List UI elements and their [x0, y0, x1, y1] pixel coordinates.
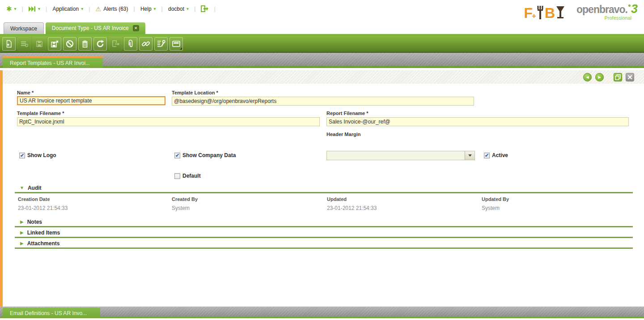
help-menu-label: Help: [140, 6, 152, 12]
refresh-button[interactable]: [93, 37, 107, 51]
default-label: Default: [182, 173, 201, 179]
show-logo-label: Show Logo: [27, 152, 56, 158]
window-settings-icon: [157, 39, 165, 48]
linked-items-section-title: Linked Items: [27, 230, 60, 236]
window-settings-button[interactable]: [154, 37, 168, 51]
export-button[interactable]: [109, 37, 122, 51]
logout-button[interactable]: [198, 4, 211, 14]
linked-items-section-header[interactable]: ▶ Linked Items: [20, 230, 60, 236]
main-tab-bar: Workspace Document Type - US AR Invoice …: [0, 22, 644, 34]
maximize-icon: [615, 74, 621, 80]
tab-document-type[interactable]: Document Type - US AR Invoice ✕: [46, 22, 145, 34]
tab-workspace[interactable]: Workspace: [4, 22, 44, 34]
subtab-report-templates[interactable]: Report Templates - US AR Invoi...: [3, 56, 103, 68]
expand-triangle-icon: ▶: [20, 220, 24, 224]
menu-separator: |: [46, 5, 47, 12]
notes-section-divider: [15, 226, 633, 227]
created-by-value: System: [172, 205, 190, 211]
report-filename-input[interactable]: [326, 117, 629, 126]
audit-section-header[interactable]: ▼ Audit: [20, 185, 42, 191]
new-document-button[interactable]: [2, 37, 16, 51]
chevron-down-icon: ▾: [154, 7, 156, 11]
audit-section-title: Audit: [28, 185, 42, 191]
collapse-triangle-icon: ▼: [20, 186, 24, 190]
fb-logo-plus: +: [532, 12, 536, 20]
workspace-menu-button[interactable]: ✱ ▾: [4, 4, 19, 14]
new-row-in-grid-icon: [20, 40, 28, 48]
linked-items-section-divider: [15, 237, 633, 238]
menu-separator: |: [214, 5, 215, 12]
next-record-button[interactable]: ▶: [595, 73, 604, 81]
openbravo-logo-text: openbravo.: [576, 4, 627, 15]
alert-warning-icon: ⚠: [96, 6, 102, 12]
undo-icon: [65, 39, 74, 48]
help-menu[interactable]: Help ▾: [138, 4, 159, 14]
chevron-down-icon: ▾: [81, 7, 83, 11]
default-checkbox[interactable]: ✔: [174, 173, 180, 179]
refresh-icon: [96, 39, 105, 48]
delete-icon: [81, 40, 89, 48]
show-logo-checkbox[interactable]: ✔: [19, 153, 25, 158]
link-icon: [141, 39, 150, 48]
active-checkbox[interactable]: ✔: [484, 153, 490, 158]
chevron-down-icon: ▾: [38, 7, 40, 11]
fb-company-logo: F + B: [524, 2, 565, 20]
alerts-menu[interactable]: ⚠ Alerts (63): [93, 4, 131, 14]
tab-close-icon[interactable]: ✕: [133, 25, 139, 31]
audit-section-divider: [15, 192, 633, 193]
alerts-label: Alerts (63): [103, 6, 128, 12]
link-button[interactable]: [139, 37, 153, 51]
menu-separator: |: [89, 5, 90, 12]
new-row-in-grid-button[interactable]: [17, 37, 31, 51]
openbravo-logo-3: 3: [631, 4, 638, 14]
delete-button[interactable]: [78, 37, 92, 51]
previous-record-button[interactable]: ◀: [583, 73, 592, 81]
header-margin-label: Header Margin: [326, 132, 360, 137]
toggle-form-grid-view-button[interactable]: [169, 37, 183, 51]
attachment-button[interactable]: [124, 37, 137, 51]
header-margin-select[interactable]: [326, 151, 475, 160]
logout-icon: [201, 5, 208, 12]
show-company-data-checkbox[interactable]: ✔: [174, 153, 180, 158]
active-field: ✔ Active: [484, 152, 508, 158]
close-record-button[interactable]: ✕: [626, 73, 634, 81]
openbravo-edition-label: Professional: [604, 15, 631, 21]
template-location-label: Template Location *: [172, 90, 218, 95]
name-label: Name *: [17, 90, 34, 95]
menu-separator: |: [133, 5, 135, 12]
export-icon: [111, 40, 120, 48]
menubar: ✱ ▾ | ▾ | Application ▾ | ⚠ Alerts (63): [4, 4, 216, 14]
save-and-close-button[interactable]: [48, 37, 61, 51]
default-field: ✔ Default: [174, 173, 201, 179]
openbravo-logo: openbravo. 3 Professional: [576, 2, 638, 21]
creation-date-label: Creation Date: [18, 196, 50, 202]
header-margin-value: [327, 151, 465, 160]
user-menu[interactable]: docbot ▾: [165, 4, 191, 14]
fork-icon: [537, 5, 544, 20]
form-area: ◀ ▶ ✕ Name * Template Location *: [3, 70, 644, 307]
quick-launch-menu-button[interactable]: ▾: [26, 4, 43, 13]
bottom-subtab-bar: Email Definitions - US AR Invo...: [0, 307, 644, 318]
header-logos: F + B openbravo. 3 Professional: [524, 2, 638, 21]
openbravo-logo-circle: [628, 4, 631, 7]
close-icon: ✕: [627, 74, 633, 81]
undo-button[interactable]: [63, 37, 76, 51]
show-company-data-field: ✔ Show Company Data: [174, 152, 236, 158]
show-logo-field: ✔ Show Logo: [19, 152, 56, 158]
maximize-button[interactable]: [614, 73, 622, 81]
attachments-section-header[interactable]: ▶ Attachments: [20, 240, 59, 247]
template-location-input[interactable]: [172, 97, 474, 106]
report-filename-label: Report Filename *: [326, 111, 369, 116]
top-header: ✱ ▾ | ▾ | Application ▾ | ⚠ Alerts (63): [0, 0, 644, 22]
template-filename-input[interactable]: [17, 117, 320, 126]
subtab-email-definitions[interactable]: Email Definitions - US AR Invo...: [3, 308, 100, 318]
tab-workspace-label: Workspace: [10, 26, 37, 32]
menu-separator: |: [22, 5, 23, 12]
header-margin-dropdown-button[interactable]: [465, 151, 475, 160]
name-input[interactable]: [17, 96, 165, 105]
save-button[interactable]: [33, 37, 46, 51]
updated-label: Updated: [327, 196, 347, 202]
application-menu[interactable]: Application ▾: [50, 4, 86, 14]
toggle-form-grid-view-icon: [172, 40, 181, 48]
notes-section-header[interactable]: ▶ Notes: [20, 219, 42, 225]
